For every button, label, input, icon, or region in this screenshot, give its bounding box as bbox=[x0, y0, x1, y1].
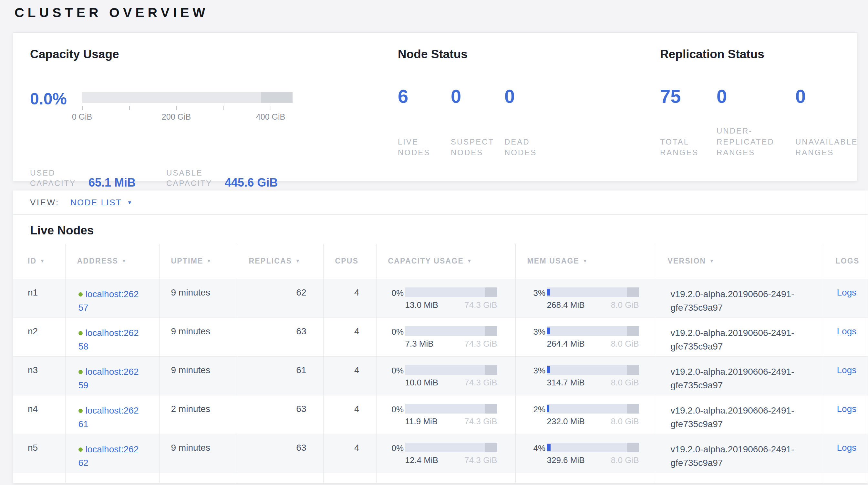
mem-usage-cell: 3% 268.4 MiB8.0 GiB bbox=[516, 279, 656, 317]
mem-usage-bar bbox=[547, 443, 639, 452]
logs-link[interactable]: Logs bbox=[837, 404, 857, 414]
cpus-cell: 4 bbox=[323, 434, 376, 473]
mem-percent-label: 4% bbox=[533, 443, 547, 465]
column-header-cpus: CPUS bbox=[323, 244, 376, 279]
mem-total-value: 8.0 GiB bbox=[611, 417, 639, 426]
table-row-partial bbox=[13, 473, 868, 483]
replicas-cell: 62 bbox=[237, 279, 323, 317]
mem-usage-cell: 4% 329.6 MiB8.0 GiB bbox=[516, 434, 656, 473]
sort-descending-icon: ▼ bbox=[467, 258, 472, 263]
node-address-link[interactable]: localhost:26259 bbox=[79, 367, 139, 391]
live-nodes-header: Live Nodes bbox=[13, 215, 868, 244]
column-header-id[interactable]: ID▼ bbox=[13, 244, 65, 279]
capacity-percent-label: 0% bbox=[392, 443, 405, 465]
capacity-usage-bar bbox=[405, 287, 497, 297]
node-address-link[interactable]: localhost:26257 bbox=[79, 289, 139, 313]
usage-bar-reserved-segment bbox=[627, 365, 639, 375]
total-ranges-stat: 75 TOTAL RANGES bbox=[660, 87, 717, 158]
used-capacity-label: USED CAPACITY bbox=[30, 168, 87, 188]
logs-cell: Logs bbox=[824, 356, 868, 395]
replicas-cell: 63 bbox=[237, 434, 323, 473]
usable-capacity-value: 445.6 GiB bbox=[225, 176, 278, 190]
mem-usage-cell: 3% 314.7 MiB8.0 GiB bbox=[516, 356, 656, 395]
dead-nodes-label: DEAD NODES bbox=[504, 137, 559, 158]
cpus-cell: 4 bbox=[323, 279, 376, 317]
logs-link[interactable]: Logs bbox=[837, 365, 857, 375]
uptime-cell: 9 minutes bbox=[159, 279, 237, 317]
capacity-usage-bar bbox=[405, 404, 497, 413]
capacity-usage-bar bbox=[405, 443, 497, 452]
usage-bar-used-segment bbox=[547, 444, 551, 450]
usage-bar-used-segment bbox=[547, 327, 550, 334]
usage-bar-used-segment bbox=[547, 289, 550, 295]
table-header-row: ID▼ ADDRESS▼ UPTIME▼ REPLICAS▼ CPUS CAPA… bbox=[13, 244, 868, 279]
capacity-usage-bar bbox=[405, 326, 497, 336]
column-header-replicas[interactable]: REPLICAS▼ bbox=[237, 244, 323, 279]
axis-tick bbox=[223, 106, 224, 110]
page-title: CLUSTER OVERVIEW bbox=[14, 5, 209, 20]
mem-percent-label: 2% bbox=[533, 404, 547, 426]
mem-percent-label: 3% bbox=[533, 365, 547, 388]
capacity-percent: 0.0% bbox=[30, 90, 67, 108]
capacity-percent-label: 0% bbox=[392, 404, 405, 426]
node-id-cell: n4 bbox=[13, 395, 65, 434]
column-header-version[interactable]: VERSION▼ bbox=[656, 244, 824, 279]
usage-bar-reserved-segment bbox=[627, 443, 639, 452]
capacity-stats: USED CAPACITY 65.1 MiB USABLE CAPACITY 4… bbox=[30, 168, 278, 188]
capacity-usage-bar bbox=[405, 365, 497, 375]
suspect-nodes-stat: 0 SUSPECT NODES bbox=[451, 87, 504, 158]
nodes-table: ID▼ ADDRESS▼ UPTIME▼ REPLICAS▼ CPUS CAPA… bbox=[13, 244, 868, 483]
table-row-n2: n2 localhost:26258 9 minutes 63 4 0% 7.3… bbox=[13, 317, 868, 356]
mem-total-value: 8.0 GiB bbox=[611, 378, 639, 388]
replicas-cell: 61 bbox=[237, 356, 323, 395]
logs-link[interactable]: Logs bbox=[837, 326, 857, 336]
column-header-uptime[interactable]: UPTIME▼ bbox=[159, 244, 237, 279]
sort-descending-icon: ▼ bbox=[583, 258, 587, 263]
axis-tick-label: 0 GiB bbox=[72, 112, 92, 121]
node-list-dropdown[interactable]: NODE LIST ▼ bbox=[70, 198, 132, 207]
live-nodes-stat: 6 LIVE NODES bbox=[398, 87, 451, 158]
axis-tick-label: 200 GiB bbox=[162, 112, 191, 121]
mem-total-value: 8.0 GiB bbox=[611, 339, 639, 349]
version-cell: v19.2.0-alpha.20190606-2491-gfe735c9a97 bbox=[656, 317, 824, 356]
node-address-cell: localhost:26257 bbox=[65, 279, 159, 317]
node-live-dot bbox=[79, 409, 83, 413]
capacity-usage-cell: 0% 10.0 MiB74.3 GiB bbox=[376, 356, 516, 395]
node-id-cell: n2 bbox=[13, 317, 65, 356]
sort-descending-icon: ▼ bbox=[709, 258, 714, 263]
column-header-address[interactable]: ADDRESS▼ bbox=[65, 244, 159, 279]
axis-tick bbox=[82, 106, 83, 110]
usage-bar-reserved-segment bbox=[627, 326, 639, 336]
used-capacity-value: 65.1 MiB bbox=[89, 176, 135, 190]
replication-status-heading: Replication Status bbox=[660, 48, 764, 61]
column-header-mem-usage[interactable]: MEM USAGE▼ bbox=[516, 244, 656, 279]
table-row-n5: n5 localhost:26262 9 minutes 63 4 0% 12.… bbox=[13, 434, 868, 473]
mem-usage-bar bbox=[547, 326, 639, 336]
capacity-percent-label: 0% bbox=[392, 326, 405, 349]
usage-bar-reserved-segment bbox=[485, 326, 497, 336]
node-id-cell: n5 bbox=[13, 434, 65, 473]
capacity-total-value: 74.3 GiB bbox=[464, 378, 497, 388]
table-row-n4: n4 localhost:26261 2 minutes 63 4 0% 11.… bbox=[13, 395, 868, 434]
capacity-usage-heading: Capacity Usage bbox=[30, 48, 119, 61]
suspect-nodes-label: SUSPECT NODES bbox=[451, 137, 504, 158]
mem-usage-cell: 2% 232.0 MiB8.0 GiB bbox=[516, 395, 656, 434]
column-header-capacity-usage[interactable]: CAPACITY USAGE▼ bbox=[376, 244, 516, 279]
node-address-link[interactable]: localhost:26261 bbox=[79, 405, 139, 429]
unavailable-ranges-value: 0 bbox=[795, 87, 864, 106]
node-status-items: 6 LIVE NODES 0 SUSPECT NODES 0 DEAD NODE… bbox=[398, 87, 559, 158]
capacity-total-value: 74.3 GiB bbox=[464, 455, 497, 465]
uptime-cell: 9 minutes bbox=[159, 434, 237, 473]
logs-link[interactable]: Logs bbox=[837, 287, 857, 297]
node-address-cell: localhost:26258 bbox=[65, 317, 159, 356]
live-nodes-heading: Live Nodes bbox=[30, 223, 868, 238]
node-address-link[interactable]: localhost:26262 bbox=[79, 444, 139, 468]
usage-bar-reserved-segment bbox=[485, 404, 497, 413]
cpus-cell: 4 bbox=[323, 395, 376, 434]
capacity-used-value: 11.9 MiB bbox=[405, 417, 438, 426]
under-replicated-ranges-value: 0 bbox=[717, 87, 795, 106]
logs-link[interactable]: Logs bbox=[837, 443, 857, 453]
version-cell: v19.2.0-alpha.20190606-2491-gfe735c9a97 bbox=[656, 279, 824, 317]
node-address-link[interactable]: localhost:26258 bbox=[79, 328, 139, 352]
unavailable-ranges-label: UNAVAILABLE RANGES bbox=[795, 137, 864, 158]
